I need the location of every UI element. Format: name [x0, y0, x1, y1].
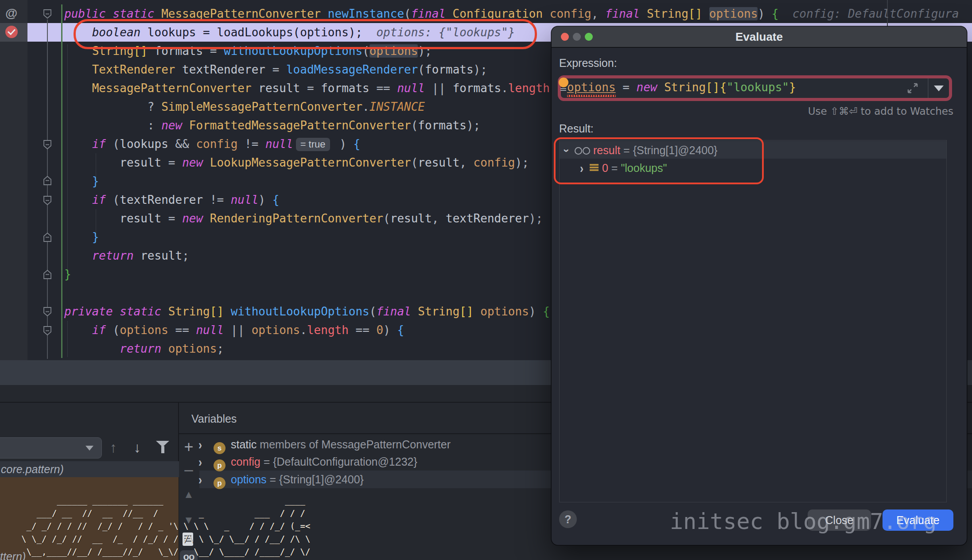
code-token: { — [543, 305, 550, 318]
code-token: ( — [113, 323, 120, 337]
variable-row[interactable]: ›poptions = {String[1]@2400} — [198, 471, 364, 488]
code-token: || — [432, 82, 453, 95]
code-token: new — [637, 81, 665, 94]
code-token: lookups — [120, 137, 175, 151]
dialog-titlebar[interactable]: Evaluate — [552, 27, 967, 48]
code-line[interactable]: if (options == null || options.length ==… — [64, 321, 404, 339]
down-arrow-button[interactable]: ↓ — [134, 439, 141, 456]
code-token: ( — [411, 119, 418, 132]
code-line[interactable]: ? SimpleMessagePatternConverter.INSTANCE — [64, 97, 425, 116]
code-line[interactable]: private static String[] withoutLookupOpt… — [64, 302, 550, 321]
code-token: ); — [467, 119, 480, 132]
evaluate-button[interactable]: Evaluate — [883, 509, 953, 531]
code-token: return — [92, 249, 141, 262]
parameter-icon: p — [214, 459, 226, 471]
code-line[interactable]: if (textRenderer != null) { — [64, 191, 279, 209]
remove-watch-button[interactable]: − — [179, 461, 198, 481]
code-token: INSTANCE — [369, 100, 425, 113]
input-separator — [928, 78, 929, 98]
code-token: { — [772, 7, 779, 20]
help-button[interactable]: ? — [559, 510, 577, 528]
expression-input[interactable]: options = new String[]{"lookups"} — [558, 75, 952, 101]
filter-icon-button[interactable] — [156, 441, 170, 454]
code-token — [64, 193, 92, 206]
code-token: ( — [383, 212, 390, 225]
code-token: length — [307, 323, 349, 337]
code-token: options — [480, 305, 529, 318]
code-token: String — [168, 305, 210, 318]
code-token: } — [789, 81, 796, 94]
code-token: = — [272, 63, 286, 76]
code-token: ) — [333, 137, 354, 151]
code-token: null — [265, 137, 293, 151]
code-token: = — [168, 212, 182, 225]
thread-selector-dropdown[interactable] — [0, 437, 102, 459]
code-token: { — [719, 81, 727, 94]
code-token — [64, 175, 92, 188]
code-token — [64, 82, 92, 95]
result-tree[interactable]: ›result = {String[1]@2400}›0 = "lookups" — [559, 140, 947, 502]
stack-frame-row[interactable]: core.pattern) — [0, 461, 179, 477]
chevron-right-icon[interactable]: › — [198, 469, 202, 491]
variable-row[interactable]: ›sstatic members of MessagePatternConver… — [198, 436, 451, 453]
code-token: String — [664, 81, 706, 94]
history-dropdown-icon[interactable] — [934, 86, 944, 91]
code-token: withoutLookupOptions — [231, 305, 369, 318]
code-line[interactable]: if (lookups && config != null= true ) { — [64, 135, 360, 153]
add-watch-button[interactable]: + — [179, 438, 198, 456]
code-token: , — [591, 7, 605, 20]
code-token: result — [252, 82, 307, 95]
watches-hint: Use ⇧⌘⏎ to add to Watches — [808, 105, 953, 117]
expression-label: Expression: — [559, 57, 617, 70]
code-token: config — [550, 7, 591, 20]
variable-row[interactable]: ›pconfig = {DefaultConfiguration@1232} — [198, 453, 417, 471]
code-line[interactable]: TextRenderer textRenderer = loadMessageR… — [64, 60, 487, 79]
code-token: } — [64, 268, 71, 281]
code-token: ); — [515, 156, 529, 169]
code-line[interactable]: MessagePatternConverter result = formats… — [64, 79, 584, 97]
code-token: textRenderer — [446, 212, 529, 225]
code-token — [64, 137, 92, 151]
variables-panel-title: Variables — [191, 412, 237, 425]
code-line[interactable]: result = new RenderingPatternConverter(r… — [64, 209, 543, 228]
code-token: = — [616, 81, 637, 94]
up-arrow-button[interactable]: ↑ — [110, 439, 117, 456]
code-token — [64, 100, 148, 113]
code-token: ( — [113, 193, 120, 206]
code-line[interactable]: } — [64, 265, 71, 284]
code-token: if — [92, 137, 113, 151]
code-line[interactable]: } — [64, 172, 99, 191]
code-token: result — [390, 212, 432, 225]
code-token: loadMessageRenderer — [286, 63, 418, 76]
code-line[interactable]: : new FormattedMessagePatternConverter(f… — [64, 116, 480, 135]
code-token: != — [245, 137, 265, 151]
code-line[interactable]: result = new LookupMessagePatternConvert… — [64, 153, 529, 172]
ide-debugger-screen: @ public static MessagePatternConverter … — [0, 0, 972, 560]
code-token: final — [376, 305, 418, 318]
variable-value: members of MessagePatternConverter — [257, 438, 451, 451]
code-token: newInstance — [328, 7, 404, 20]
annotation-oval-current-line — [74, 19, 537, 49]
code-token: formats — [418, 119, 467, 132]
code-token: ( — [411, 156, 418, 169]
code-token: , — [432, 212, 446, 225]
code-token: ? — [148, 100, 161, 113]
code-token: new — [161, 119, 189, 132]
code-line[interactable]: return result; — [64, 246, 189, 265]
evaluate-dialog: Evaluate Expression: options = new Strin… — [552, 27, 967, 545]
variable-value: = {DefaultConfiguration@1232} — [260, 455, 417, 468]
intention-bulb-icon[interactable] — [559, 78, 568, 87]
expression-code[interactable]: options = new String[]{"lookups"} — [567, 81, 796, 94]
code-token: ) — [758, 7, 771, 20]
code-token: 0 — [376, 323, 383, 337]
close-button[interactable]: Close — [808, 509, 871, 531]
code-token — [474, 305, 481, 318]
code-token: final — [605, 7, 647, 20]
code-token: [] — [688, 7, 702, 20]
code-token: formats — [425, 63, 474, 76]
expand-icon[interactable] — [906, 82, 919, 94]
code-line[interactable]: return options; — [64, 339, 224, 358]
code-line[interactable]: } — [64, 228, 99, 246]
code-token: { — [353, 137, 360, 151]
code-token: [] — [459, 305, 473, 318]
